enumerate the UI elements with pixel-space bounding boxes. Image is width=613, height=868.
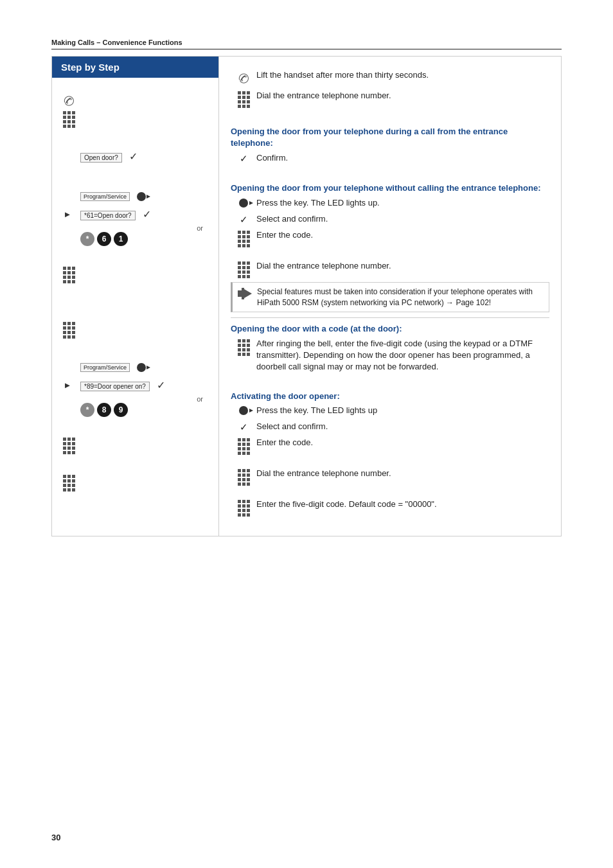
row-enter-five-digit: Enter the five-digit code. Default code … — [231, 499, 549, 517]
keypad-grid — [63, 111, 75, 128]
note-icon — [238, 288, 252, 301]
circle-filled-2 — [137, 363, 146, 372]
text-confirm: Confirm. — [256, 152, 549, 164]
row-dial-entrance-3: Dial the entrance telephone number. — [231, 468, 549, 486]
left-keypad-row-4 — [57, 438, 213, 454]
keypad-grid-2 — [63, 267, 75, 283]
check-icon-89: ✓ — [157, 380, 165, 391]
keypad-icon-left-2 — [57, 267, 80, 283]
keypad-r3 — [238, 261, 250, 278]
badge-8: 8 — [97, 403, 111, 417]
row-select-confirm-1: ✓ Select and confirm. — [231, 213, 549, 226]
text-press-key-1: Press the key. The LED lights up. — [256, 197, 549, 209]
check-icon-select-1: ✓ — [240, 214, 248, 226]
circle-icon-1 — [239, 199, 248, 208]
svg-rect-1 — [242, 288, 244, 299]
text-select-confirm-2: Select and confirm. — [256, 421, 549, 432]
divider-1 — [231, 317, 549, 318]
program-service-box-1: Program/Service — [80, 192, 130, 201]
text-select-confirm-1: Select and confirm. — [256, 213, 549, 225]
keypad-icon-right-6 — [231, 468, 256, 486]
or-text-1: or — [57, 224, 213, 232]
text-enter-five-digit: Enter the five-digit code. Default code … — [256, 499, 549, 510]
bold-heading-code-door: Opening the door with a code (at the doo… — [231, 324, 402, 333]
keypad-grid-5 — [63, 475, 75, 492]
program-service-row-1: Program/Service — [57, 188, 213, 204]
badge-9: 9 — [114, 403, 128, 417]
bold-heading-without: Opening the door from your telephone wit… — [231, 183, 540, 193]
arrow-icon-89: ► — [57, 380, 80, 390]
arrow-right-89: ► — [64, 380, 72, 390]
arrow-right-61: ► — [64, 209, 72, 219]
keypad-icon-left-3 — [57, 322, 80, 339]
note-text: Special features must be taken into cons… — [257, 287, 544, 308]
heading-code-at-door: Opening the door with a code (at the doo… — [231, 323, 549, 335]
row-select-confirm-2: ✓ Select and confirm. — [231, 420, 549, 433]
text-lift-handset: Lift the handset after more than thirty … — [256, 69, 549, 81]
keypad-r6 — [238, 469, 250, 486]
circle-icon-2 — [239, 406, 248, 415]
right-column: ✆ Lift the handset after more than thirt… — [219, 57, 561, 536]
keypad-icon-right-1 — [231, 90, 256, 108]
text-heading-during-call: Opening the door from your telephone dur… — [231, 126, 549, 149]
arrow-icon-61: ► — [57, 209, 80, 219]
open-door-check-cell: ✓ — [231, 152, 256, 164]
or-text-2: or — [57, 395, 213, 403]
code61-row: ► *61=Open door? ✓ — [57, 206, 213, 222]
open-door-label-row: Open door? ✓ — [57, 148, 213, 164]
left-keypad-row-1 — [57, 111, 213, 128]
row-confirm-open-door: ✓ Confirm. — [231, 152, 549, 164]
program-service-row-2: Program/Service — [57, 359, 213, 375]
keypad-icon-right-2 — [231, 229, 256, 247]
section-label: Making Calls – Convenience Functions — [51, 39, 562, 49]
row-enter-code-2: Enter the code. — [231, 437, 549, 455]
left-handset-row: ✆ — [57, 93, 213, 109]
badge-1: 1 — [114, 232, 128, 246]
keypad-icon-right-7 — [231, 499, 256, 517]
handset-icon-right: ✆ — [231, 69, 256, 86]
keypad-icon-right-5 — [231, 437, 256, 455]
keypad-icon-right-3 — [231, 260, 256, 278]
svg-rect-0 — [238, 290, 242, 297]
badge-6: 6 — [97, 232, 111, 246]
check-icon-open-door: ✓ — [129, 151, 138, 162]
heading-without-calling: Opening the door from your telephone wit… — [231, 182, 549, 194]
text-dial-entrance-1: Dial the entrance telephone number. — [256, 90, 549, 102]
keypad-icon-right-4 — [231, 338, 256, 356]
check-icon-cell-2: ✓ — [231, 420, 256, 433]
heading-activating: Activating the door opener: — [231, 391, 549, 402]
keypad-icon-left-4 — [57, 438, 80, 454]
bold-heading-activating: Activating the door opener: — [231, 391, 340, 401]
text-heading-activating: Activating the door opener: — [231, 391, 549, 402]
check-icon-61: ✓ — [143, 209, 151, 220]
open-door-label: Open door? ✓ — [80, 150, 213, 163]
badges-61-row: * 6 1 — [80, 232, 213, 246]
row-dial-entrance-1: Dial the entrance telephone number. — [231, 90, 549, 108]
text-enter-code-1: Enter the code. — [256, 229, 549, 241]
code61-label: *61=Open door? ✓ — [80, 208, 213, 220]
note-arrow-icon — [238, 288, 252, 299]
step-by-step-header: Step by Step — [52, 57, 218, 78]
row-after-ringing: After ringing the bell, enter the five-d… — [231, 338, 549, 373]
program-service-label-2: Program/Service — [80, 362, 213, 372]
code89-box: *89=Door opener on? — [80, 382, 150, 391]
badges-89-row: * 8 9 — [80, 403, 213, 417]
keypad-r7 — [238, 500, 250, 517]
row-lift-handset: ✆ Lift the handset after more than thirt… — [231, 69, 549, 86]
check-icon-cell-1: ✓ — [231, 213, 256, 226]
keypad-icon-left-5 — [57, 475, 80, 492]
code89-row: ► *89=Door opener on? ✓ — [57, 377, 213, 393]
keypad-icon-left-1 — [57, 111, 80, 128]
circle-icon-right-1 — [231, 197, 256, 208]
badge-star-1: * — [80, 232, 94, 246]
open-door-box: Open door? — [80, 153, 122, 163]
left-keypad-row-3 — [57, 322, 213, 339]
heading-during-call: Opening the door from your telephone dur… — [231, 126, 549, 149]
program-service-label-1: Program/Service — [80, 191, 213, 201]
row-press-key-1: Press the key. The LED lights up. — [231, 197, 549, 209]
keypad-r4 — [238, 339, 250, 356]
program-service-box-2: Program/Service — [80, 363, 130, 372]
text-heading-code-at-door: Opening the door with a code (at the doo… — [231, 323, 549, 335]
main-box: Step by Step ✆ — [51, 56, 562, 536]
bold-heading-during-call: Opening the door from your telephone dur… — [231, 127, 508, 148]
